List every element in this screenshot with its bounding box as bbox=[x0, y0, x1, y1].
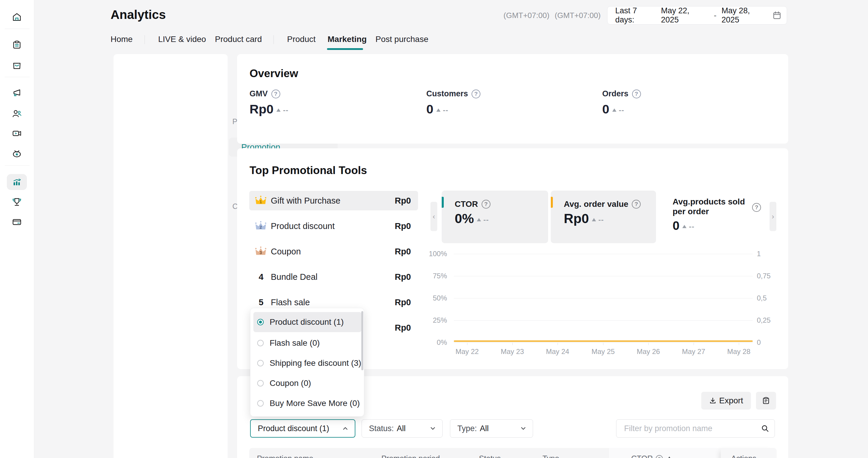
chevron-up-icon bbox=[342, 425, 349, 432]
x-tick bbox=[558, 343, 558, 345]
timezone-a: (GMT+07:00) bbox=[503, 11, 549, 20]
orders-label-row: Orders ? bbox=[602, 89, 641, 98]
rank-number: 4 bbox=[256, 272, 266, 282]
carousel-right-button[interactable]: › bbox=[770, 202, 776, 231]
avg-order-value-delta: -- bbox=[598, 216, 604, 224]
customers-label: Customers bbox=[426, 89, 468, 98]
video-camera-icon[interactable] bbox=[12, 128, 22, 138]
x-axis-label: May 24 bbox=[540, 348, 575, 356]
question-icon[interactable]: ? bbox=[471, 90, 480, 98]
column-type: Type bbox=[542, 454, 559, 458]
tab-home[interactable]: Home bbox=[111, 35, 133, 44]
question-icon[interactable]: ? bbox=[482, 200, 491, 208]
carousel-left-button[interactable]: ‹ bbox=[430, 202, 437, 231]
radio-icon[interactable] bbox=[257, 340, 264, 346]
report-clipboard-button[interactable] bbox=[756, 392, 776, 410]
sort-ascending-icon bbox=[668, 457, 671, 458]
dropdown-option-product-discount[interactable]: Product discount (1) bbox=[253, 312, 362, 332]
overview-card: Overview GMV ? Rp0 -- Customers ? 0 -- O… bbox=[237, 54, 788, 143]
customers-label-row: Customers ? bbox=[426, 89, 480, 98]
x-axis-label: May 28 bbox=[721, 348, 756, 356]
dropdown-scrollbar[interactable] bbox=[361, 311, 363, 370]
question-icon[interactable]: ? bbox=[752, 203, 761, 212]
top-tool-label[interactable]: Product discount bbox=[271, 221, 335, 231]
orders-label: Orders bbox=[602, 89, 628, 98]
trophy-icon[interactable] bbox=[12, 197, 22, 207]
column-promotion-name: Promotion name bbox=[257, 454, 313, 458]
top-tool-label[interactable]: Flash sale bbox=[271, 298, 310, 307]
chart-series-line bbox=[454, 340, 753, 342]
orders-clipboard-icon[interactable] bbox=[12, 40, 22, 50]
gmv-value: Rp0 bbox=[250, 102, 274, 117]
top-tool-label[interactable]: Coupon bbox=[271, 247, 301, 257]
question-icon[interactable]: ? bbox=[271, 90, 280, 98]
live-tv-icon[interactable] bbox=[12, 149, 22, 159]
option-label: Buy More Save More (0) bbox=[270, 399, 360, 408]
promotion-search-input[interactable] bbox=[623, 424, 761, 433]
date-separator: - bbox=[714, 11, 716, 20]
radio-icon[interactable] bbox=[257, 380, 264, 387]
trend-up-icon bbox=[612, 108, 616, 112]
shop-bag-icon[interactable] bbox=[12, 60, 22, 70]
y2-axis-tick: 0,5 bbox=[757, 294, 767, 302]
avg-products-sold-card[interactable]: Avg.products sold per order bbox=[673, 197, 745, 216]
radio-icon[interactable] bbox=[257, 360, 264, 366]
tab-marketing[interactable]: Marketing bbox=[328, 35, 367, 44]
top-tool-value: Rp0 bbox=[370, 196, 411, 206]
avg-order-value: Rp0 bbox=[564, 211, 589, 226]
home-icon[interactable] bbox=[12, 12, 22, 22]
top-tool-value: Rp0 bbox=[370, 323, 411, 333]
question-icon: ? bbox=[656, 455, 663, 458]
date-range-picker[interactable]: Last 7 days: May 22, 2025 - May 28, 2025 bbox=[607, 6, 787, 25]
y-axis-tick: 50% bbox=[423, 294, 447, 302]
date-preset-label: Last 7 days: bbox=[615, 6, 658, 25]
icon-sidebar bbox=[0, 0, 34, 458]
customers-value-row: 0 -- bbox=[426, 102, 448, 117]
x-axis-label: May 22 bbox=[450, 348, 485, 356]
dropdown-option-shipping-fee-discount[interactable]: Shipping fee discount (3) bbox=[253, 353, 362, 373]
radio-icon[interactable] bbox=[257, 400, 264, 406]
avg-products-label-line1: Avg.products sold bbox=[673, 197, 745, 206]
tab-product-card[interactable]: Product card bbox=[215, 35, 262, 44]
gmv-value-row: Rp0 -- bbox=[250, 102, 288, 117]
type-filter-select[interactable]: Type: All bbox=[450, 419, 533, 437]
dropdown-option-buy-more-save-more[interactable]: Buy More Save More (0) bbox=[253, 393, 362, 414]
megaphone-icon[interactable] bbox=[12, 88, 22, 98]
tool-filter-select[interactable]: Product discount (1) bbox=[250, 419, 355, 437]
export-button[interactable]: Export bbox=[701, 392, 751, 410]
dropdown-option-flash-sale[interactable]: Flash sale (0) bbox=[253, 333, 362, 353]
type-filter-label: Type: bbox=[457, 424, 477, 433]
svg-text:3: 3 bbox=[259, 250, 262, 255]
tab-live-video[interactable]: LIVE & video bbox=[158, 35, 206, 44]
dropdown-option-coupon[interactable]: Coupon (0) bbox=[253, 373, 362, 393]
x-axis-label: May 23 bbox=[495, 348, 530, 356]
marketing-subnav: Promotion Promotion tools Campaigns Prog… bbox=[114, 54, 228, 458]
column-ctor-sortable[interactable]: CTOR ? bbox=[631, 454, 671, 458]
export-label: Export bbox=[719, 396, 743, 405]
question-icon[interactable]: ? bbox=[632, 90, 641, 98]
top-tool-label[interactable]: Gift with Purchase bbox=[271, 196, 340, 206]
top-tool-value: Rp0 bbox=[370, 247, 411, 257]
gridline bbox=[454, 298, 753, 298]
analytics-chart-icon[interactable] bbox=[12, 177, 22, 187]
tab-post-purchase[interactable]: Post purchase bbox=[375, 35, 428, 44]
avg-products-label-line2: per order bbox=[673, 206, 745, 216]
x-tick bbox=[603, 343, 603, 345]
top-tool-label[interactable]: Bundle Deal bbox=[271, 272, 317, 282]
status-filter-select[interactable]: Status: All bbox=[362, 419, 442, 437]
avg-order-value-card-header: Avg. order value ? bbox=[564, 199, 641, 209]
x-tick bbox=[467, 343, 467, 345]
customers-value: 0 bbox=[426, 102, 433, 117]
question-icon[interactable]: ? bbox=[632, 200, 641, 208]
y2-axis-tick: 1 bbox=[757, 250, 761, 258]
top-tool-value: Rp0 bbox=[370, 221, 411, 231]
search-icon[interactable] bbox=[761, 424, 769, 433]
finance-card-icon[interactable] bbox=[12, 217, 22, 227]
y2-axis-tick: 0,75 bbox=[757, 272, 771, 280]
trend-up-icon bbox=[477, 218, 481, 221]
trend-up-icon bbox=[436, 108, 440, 112]
affiliate-users-icon[interactable] bbox=[12, 108, 22, 119]
tab-product[interactable]: Product bbox=[287, 35, 316, 44]
rank-number: 5 bbox=[256, 298, 266, 307]
radio-selected-icon[interactable] bbox=[257, 319, 264, 325]
